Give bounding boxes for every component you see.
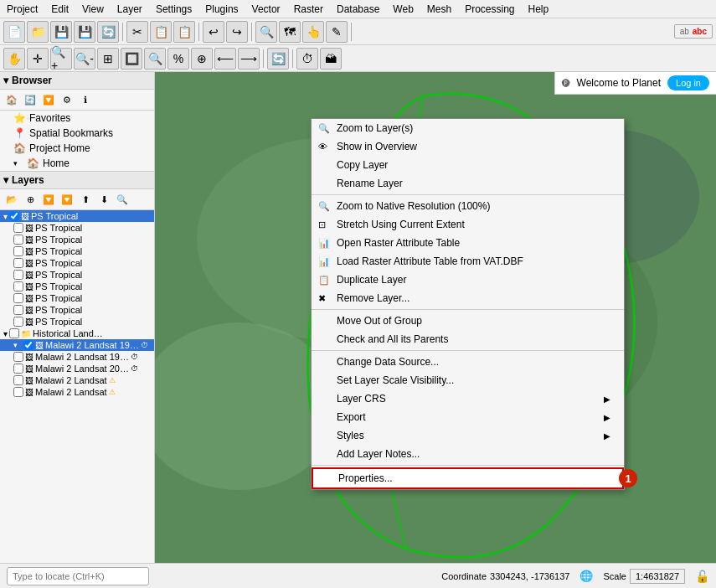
cb5[interactable]	[13, 270, 23, 280]
browser-info-btn[interactable]: ℹ	[77, 91, 94, 108]
select-btn[interactable]: 👆	[302, 21, 324, 43]
layer-item-historical-group[interactable]: ▾ 📁 Historical Land…	[0, 328, 154, 339]
paste-btn[interactable]: 📋	[173, 21, 195, 43]
malawi1-checkbox[interactable]	[23, 340, 33, 350]
cb6[interactable]	[13, 281, 23, 291]
ctx-zoom-native[interactable]: 🔍 Zoom to Native Resolution (100%)	[312, 197, 624, 215]
zoom-next-btn[interactable]: ⟶	[238, 48, 260, 70]
zoom-select-btn[interactable]: 🔲	[121, 48, 142, 70]
browser-item-favorites[interactable]: ⭐ Favorites	[0, 111, 154, 126]
zoom-out-btn[interactable]: 🔍-	[74, 48, 95, 70]
menu-processing[interactable]: Processing	[458, 2, 521, 17]
ctx-move-out-group[interactable]: Move Out of Group	[312, 312, 624, 330]
zoom-extent-btn[interactable]: ⊞	[97, 48, 119, 70]
ctx-load-raster-table[interactable]: 📊 Load Raster Attribute Table from VAT.D…	[312, 252, 624, 271]
cut-btn[interactable]: ✂	[126, 21, 148, 43]
ctx-rename-layer[interactable]: Rename Layer	[312, 174, 624, 193]
ctx-open-raster-table[interactable]: 📊 Open Raster Attribute Table	[312, 234, 624, 252]
menu-database[interactable]: Database	[330, 2, 386, 17]
ctx-styles[interactable]: Styles ▶	[312, 426, 624, 445]
historical-expand[interactable]: ▾	[3, 329, 8, 338]
layer-item-ps-5[interactable]: 🖼PS Tropical	[0, 269, 154, 281]
layers-down-btn[interactable]: ⬇	[95, 191, 112, 208]
browser-item-home[interactable]: ▾ 🏠 Home	[0, 156, 154, 171]
layer-item-ps-tropical-group[interactable]: ▾ 🖼 PS Tropical	[0, 210, 154, 222]
browser-settings-btn[interactable]: ⚙	[59, 91, 75, 108]
ctx-change-datasource[interactable]: Change Data Source...	[312, 353, 624, 371]
layers-filter2-btn[interactable]: 🔽	[59, 191, 75, 208]
layer-item-ps-2[interactable]: 🖼PS Tropical	[0, 234, 154, 245]
cb13[interactable]	[13, 387, 23, 397]
menu-edit[interactable]: Edit	[44, 2, 75, 17]
ctx-stretch-extent[interactable]: ⊡ Stretch Using Current Extent	[312, 215, 624, 234]
layers-up-btn[interactable]: ⬆	[77, 191, 94, 208]
menu-help[interactable]: Help	[522, 2, 556, 17]
layer-item-ps-4[interactable]: 🖼PS Tropical	[0, 257, 154, 269]
menu-plugins[interactable]: Plugins	[198, 2, 245, 17]
pan-map-btn[interactable]: ✛	[27, 48, 49, 70]
ctx-show-overview[interactable]: 👁 Show in Overview	[312, 137, 624, 156]
layer-item-malawi-5[interactable]: 🖼Malawi 2 Landsat⚠	[0, 386, 154, 398]
scale-value[interactable]: 1:4631827	[630, 569, 685, 584]
browser-home-btn[interactable]: 🏠	[3, 91, 20, 108]
menu-project[interactable]: Project	[0, 2, 44, 17]
cb7[interactable]	[13, 293, 23, 303]
ctx-copy-layer[interactable]: Copy Layer	[312, 156, 624, 174]
malawi1-expand[interactable]: ▾	[13, 341, 22, 349]
zoom-layer-btn[interactable]: 🔍	[144, 48, 166, 70]
cb8[interactable]	[13, 305, 23, 315]
browser-refresh-btn[interactable]: 🔄	[22, 91, 39, 108]
layer-item-malawi-4[interactable]: 🖼Malawi 2 Landsat⚠	[0, 374, 154, 386]
layer-item-ps-1[interactable]: 🖼PS Tropical	[0, 222, 154, 234]
zoom-last-btn[interactable]: ⟵	[214, 48, 236, 70]
layer-item-malawi-3[interactable]: 🖼Malawi 2 Landsat 20…⏱	[0, 363, 154, 374]
ctx-check-parents[interactable]: Check and All its Parents	[312, 330, 624, 348]
ctx-scale-visibility[interactable]: Set Layer Scale Visibility...	[312, 371, 624, 389]
pan-btn[interactable]: ✋	[3, 48, 25, 70]
ctx-duplicate-layer[interactable]: 📋 Duplicate Layer	[312, 271, 624, 289]
redo-btn[interactable]: ↪	[226, 21, 248, 43]
layers-add-btn[interactable]: ⊕	[22, 191, 39, 208]
browser-item-spatial-bookmarks[interactable]: 📍 Spatial Bookmarks	[0, 126, 154, 141]
cb1[interactable]	[13, 223, 23, 233]
layers-search-btn[interactable]: 🔍	[114, 191, 131, 208]
layers-open-btn[interactable]: 📂	[3, 191, 20, 208]
locate-input[interactable]	[7, 567, 149, 585]
layer-item-malawi-selected[interactable]: ▾ 🖼 Malawi 2 Landsat 19… ⏱	[0, 339, 154, 351]
ctx-properties[interactable]: Properties... 1	[312, 467, 624, 489]
cb4[interactable]	[13, 258, 23, 268]
menu-web[interactable]: Web	[386, 2, 420, 17]
elevation-btn[interactable]: 🏔	[320, 48, 342, 70]
menu-vector[interactable]: Vector	[245, 2, 287, 17]
temporal-btn[interactable]: ⏱	[296, 48, 318, 70]
zoom-in-btn[interactable]: 🔍+	[50, 48, 72, 70]
cb12[interactable]	[13, 375, 23, 385]
cb9[interactable]	[13, 317, 23, 327]
ps-tropical-checkbox[interactable]	[9, 211, 19, 221]
ctx-zoom-to-layers[interactable]: 🔍 Zoom to Layer(s)	[312, 119, 624, 137]
browser-expand-icon[interactable]: ▾	[3, 75, 8, 86]
layers-filter-btn[interactable]: 🔽	[40, 191, 57, 208]
menu-view[interactable]: View	[75, 2, 111, 17]
layer-item-ps-9[interactable]: 🖼PS Tropical	[0, 316, 154, 328]
save-btn[interactable]: 💾	[50, 21, 72, 43]
map-area[interactable]: Malawi 🅟 Welcome to Planet Log in 🔍 Zoom…	[155, 72, 716, 563]
layer-item-malawi-2[interactable]: 🖼Malawi 2 Landsat 19…⏱	[0, 351, 154, 363]
new-project-btn[interactable]: 📄	[3, 21, 25, 43]
save-as-btn[interactable]: 💾	[74, 21, 95, 43]
ctx-export[interactable]: Export ▶	[312, 408, 624, 426]
layer-item-ps-7[interactable]: 🖼PS Tropical	[0, 292, 154, 304]
revert-btn[interactable]: 🔄	[97, 21, 119, 43]
select-feature-btn[interactable]: ✎	[326, 21, 348, 43]
crs-icon[interactable]: 🌐	[579, 570, 593, 582]
cb2[interactable]	[13, 235, 23, 245]
map-tips-btn[interactable]: 🗺	[279, 21, 301, 43]
ctx-layer-crs[interactable]: Layer CRS ▶	[312, 389, 624, 408]
identify-btn[interactable]: 🔍	[255, 21, 277, 43]
menu-raster[interactable]: Raster	[287, 2, 330, 17]
undo-btn[interactable]: ↩	[203, 21, 224, 43]
ctx-remove-layer[interactable]: ✖ Remove Layer...	[312, 289, 624, 307]
menu-mesh[interactable]: Mesh	[420, 2, 458, 17]
layers-expand-icon[interactable]: ▾	[3, 174, 8, 186]
cb10[interactable]	[13, 352, 23, 362]
